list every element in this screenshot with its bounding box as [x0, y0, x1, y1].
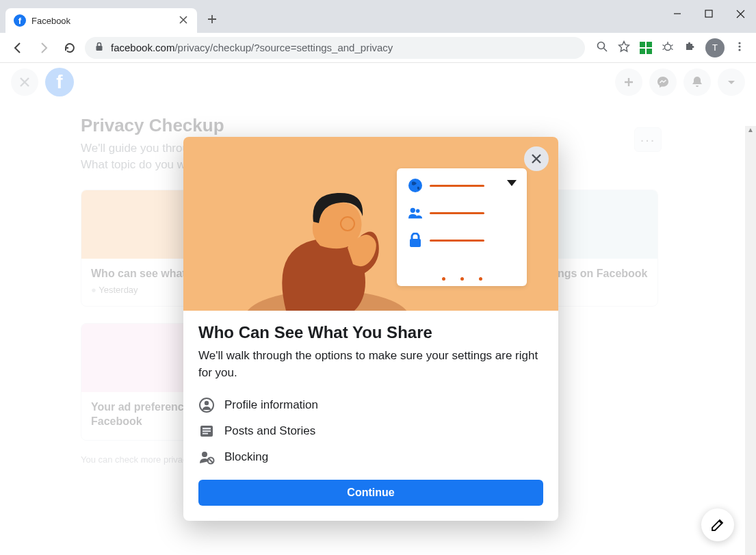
modal-description: We'll walk through the options to make s…: [198, 348, 543, 381]
page-content: f Privacy Checkup We'll guide you throug…: [0, 63, 756, 555]
svg-point-6: [738, 49, 740, 51]
svg-point-4: [738, 42, 740, 44]
url-text: facebook.com/privacy/checkup/?source=set…: [111, 42, 393, 53]
modal-item-profile-info: Profile information: [198, 392, 543, 418]
tab-close-button[interactable]: [178, 14, 189, 27]
browser-menu-icon[interactable]: [734, 41, 745, 55]
lock-icon: [408, 233, 423, 248]
profile-info-icon: [198, 397, 215, 413]
svg-point-9: [408, 179, 422, 192]
svg-rect-18: [203, 433, 208, 435]
browser-toolbar: facebook.com/privacy/checkup/?source=set…: [0, 33, 756, 63]
svg-point-2: [598, 42, 605, 49]
svg-point-5: [738, 45, 740, 47]
forward-button[interactable]: [33, 37, 55, 59]
posts-stories-icon: [198, 423, 215, 439]
reload-button[interactable]: [59, 37, 81, 59]
profile-avatar[interactable]: T: [705, 38, 725, 57]
bookmark-star-icon[interactable]: [618, 40, 630, 55]
extensions-puzzle-icon[interactable]: [683, 40, 696, 55]
svg-point-3: [665, 44, 671, 50]
svg-rect-0: [705, 10, 712, 17]
svg-point-10: [410, 208, 415, 213]
browser-tab[interactable]: f Facebook: [5, 8, 197, 33]
zoom-icon[interactable]: [596, 40, 608, 55]
window-minimize-button[interactable]: [662, 0, 693, 27]
svg-point-19: [202, 452, 207, 457]
privacy-modal: Who Can See What You Share We'll walk th…: [183, 137, 558, 521]
blocking-icon: [198, 449, 215, 465]
svg-rect-12: [410, 239, 421, 247]
svg-point-11: [416, 209, 420, 214]
person-illustration: [245, 153, 423, 311]
svg-rect-16: [203, 428, 211, 430]
new-tab-button[interactable]: [207, 14, 218, 27]
hero-settings-card: [397, 168, 527, 286]
address-bar[interactable]: facebook.com/privacy/checkup/?source=set…: [85, 37, 585, 59]
modal-close-button[interactable]: [524, 146, 549, 171]
modal-item-blocking: Blocking: [198, 444, 543, 470]
svg-point-14: [205, 401, 209, 405]
window-maximize-button[interactable]: [693, 0, 725, 27]
browser-titlebar: f Facebook: [0, 0, 756, 33]
svg-rect-17: [203, 430, 211, 432]
tab-title: Facebook: [31, 16, 172, 26]
facebook-favicon: f: [14, 14, 26, 27]
vertical-scrollbar[interactable]: ▲: [745, 126, 756, 555]
modal-item-posts-stories: Posts and Stories: [198, 418, 543, 444]
continue-button[interactable]: Continue: [198, 480, 543, 506]
modal-title: Who Can See What You Share: [198, 323, 543, 342]
back-button[interactable]: [7, 37, 29, 59]
window-close-button[interactable]: [725, 0, 756, 27]
extension-grid-icon[interactable]: [640, 42, 652, 54]
extension-bug-icon[interactable]: [662, 40, 674, 55]
modal-hero-illustration: [183, 137, 558, 311]
globe-icon: [408, 178, 423, 193]
compose-fab-button[interactable]: [701, 508, 734, 541]
svg-rect-1: [96, 46, 103, 51]
lock-icon: [94, 42, 104, 53]
friends-icon: [408, 205, 423, 220]
